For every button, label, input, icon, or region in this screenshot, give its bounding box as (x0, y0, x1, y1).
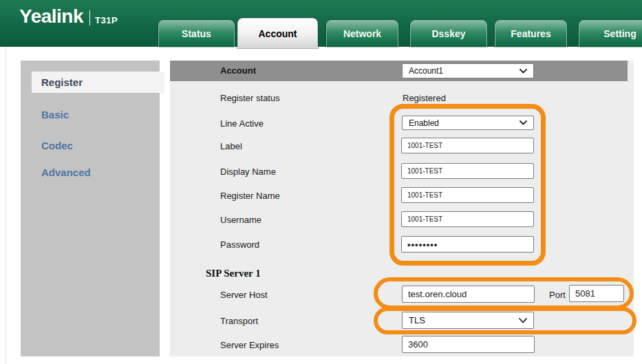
label-input[interactable] (401, 138, 534, 153)
register-name-input[interactable] (401, 187, 534, 203)
account-select-value: Account1 (409, 66, 443, 76)
tab-network-label: Network (343, 28, 381, 39)
line-active-select[interactable]: Enabled (402, 116, 534, 130)
tab-features[interactable]: Features (495, 20, 567, 47)
sidebar-item-register-label: Register (41, 76, 83, 88)
tab-status[interactable]: Status (158, 20, 235, 47)
account-select[interactable]: Account1 (402, 63, 534, 78)
tab-network[interactable]: Network (326, 20, 398, 47)
transport-select[interactable]: TLS (402, 312, 534, 329)
tab-dsskey[interactable]: Dsskey (410, 20, 487, 47)
transport-select-value: TLS (409, 315, 425, 325)
logo-divider (89, 10, 90, 25)
transport-label: Transport (220, 316, 258, 326)
password-label: Password (220, 239, 259, 250)
account-register-form: Account Account1 Register status Registe… (170, 61, 634, 356)
account-label: Account (220, 61, 256, 81)
header-bar: Yealink T31P Status Account Network Dssk… (0, 0, 642, 47)
tab-setting[interactable]: Setting (579, 20, 642, 47)
chevron-down-icon (520, 69, 527, 74)
port-input[interactable] (569, 285, 624, 302)
yealink-logo: Yealink T31P (19, 7, 118, 26)
sidebar-item-codec[interactable]: Codec (41, 140, 73, 151)
tab-dsskey-label: Dsskey (431, 28, 465, 39)
sidebar-item-advanced[interactable]: Advanced (41, 167, 91, 178)
register-name-label: Register Name (220, 191, 280, 201)
logo-text: Yealink (19, 7, 83, 26)
server-expires-label: Server Expires (220, 340, 279, 350)
logo-model-text: T31P (95, 15, 118, 26)
label-field-label: Label (220, 141, 242, 151)
tab-setting-label: Setting (603, 28, 636, 39)
account-selector-bar: Account Account1 (170, 61, 628, 81)
password-input[interactable] (401, 236, 534, 253)
server-expires-input[interactable] (402, 336, 535, 353)
port-label: Port (549, 290, 566, 300)
server-host-input[interactable] (402, 286, 535, 303)
yealink-admin-page: Yealink T31P Status Account Network Dssk… (0, 0, 642, 364)
tab-account-label: Account (259, 28, 297, 39)
sidebar-menu: Register Basic Codec Advanced (21, 61, 160, 356)
line-active-label: Line Active (220, 118, 264, 129)
display-name-input[interactable] (401, 163, 534, 179)
chevron-down-icon (520, 120, 527, 125)
register-status-value: Registered (403, 93, 446, 103)
sidebar-item-basic[interactable]: Basic (41, 109, 69, 120)
sidebar-item-basic-label: Basic (41, 109, 69, 120)
username-input[interactable] (401, 211, 534, 227)
server-host-label: Server Host (220, 290, 268, 300)
sidebar-item-register[interactable]: Register (32, 72, 164, 93)
sidebar-item-advanced-label: Advanced (41, 167, 91, 178)
line-active-select-value: Enabled (409, 118, 439, 128)
tab-status-label: Status (182, 28, 211, 39)
register-status-label: Register status (220, 93, 280, 103)
display-name-label: Display Name (220, 167, 276, 177)
tab-features-label: Features (511, 28, 550, 39)
sip-server-section-label: SIP Server 1 (206, 268, 261, 279)
sidebar-item-codec-label: Codec (41, 140, 73, 151)
tab-account[interactable]: Account (237, 18, 318, 48)
username-label: Username (220, 215, 261, 225)
page-left-border (6, 47, 6, 364)
chevron-down-icon (519, 318, 527, 323)
